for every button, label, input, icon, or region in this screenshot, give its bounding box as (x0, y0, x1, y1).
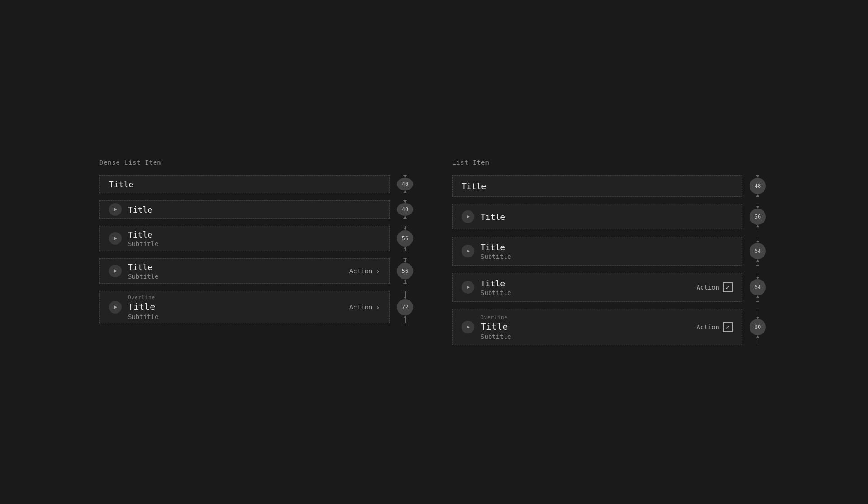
action-area[interactable]: Action › (349, 303, 380, 312)
list-item-box[interactable]: Title (99, 200, 390, 219)
action-label: Action (349, 267, 373, 275)
svg-marker-5 (467, 249, 470, 253)
play-icon (109, 265, 122, 277)
checkbox-icon[interactable] (723, 282, 733, 292)
size-badge: 64 (750, 279, 766, 295)
text-block: Title (462, 181, 733, 191)
checkbox-icon[interactable] (723, 322, 733, 332)
action-area[interactable]: Action › (349, 267, 380, 276)
size-badge: 56 (397, 263, 413, 279)
play-icon (462, 245, 474, 257)
play-icon (462, 281, 474, 294)
size-badge: 40 (397, 178, 413, 190)
shaft-top (405, 291, 406, 297)
title-text: Title (481, 242, 733, 252)
action-area[interactable]: Action (696, 282, 733, 292)
action-label: Action (349, 304, 373, 311)
list-item-box[interactable]: Title Subtitle Action › (99, 258, 390, 284)
subtitle-text: Subtitle (128, 240, 380, 247)
size-badge: 72 (397, 299, 413, 315)
svg-marker-6 (467, 285, 470, 289)
title-text: Title (481, 212, 733, 222)
play-icon (462, 210, 474, 223)
list-item-box[interactable]: Title (99, 175, 390, 193)
shaft-top (758, 309, 758, 317)
subtitle-text: Subtitle (481, 253, 733, 260)
regular-column-label: List Item (452, 159, 769, 166)
list-item-box[interactable]: Title (452, 204, 742, 229)
text-block: Title (128, 205, 380, 214)
shaft-bottom (758, 262, 758, 265)
size-badge: 80 (750, 319, 766, 335)
regular-column: List Item Title 48 (452, 159, 769, 345)
list-item-box[interactable]: Overline Title Subtitle Action › (99, 291, 390, 323)
list-item: Title 40 (99, 200, 416, 219)
size-indicator: 48 (747, 175, 769, 197)
size-indicator: 40 (394, 200, 416, 219)
svg-marker-1 (114, 237, 117, 240)
size-badge: 48 (750, 178, 766, 194)
list-item-box[interactable]: Overline Title Subtitle Action (452, 309, 742, 345)
svg-marker-4 (467, 215, 470, 219)
size-indicator: 56 (394, 258, 416, 284)
text-block: Title Subtitle (128, 262, 343, 280)
main-container: Dense List Item Title 40 (72, 132, 796, 372)
list-item-box[interactable]: Title Subtitle Action (452, 273, 742, 302)
list-item-box[interactable]: Title Subtitle (99, 226, 390, 251)
list-item: Title Subtitle 56 (99, 226, 416, 251)
svg-marker-2 (114, 269, 117, 273)
list-item: Title 56 (452, 204, 769, 229)
tick-bottom (756, 345, 760, 345)
list-item: Overline Title Subtitle Action 80 (452, 309, 769, 345)
title-text: Title (481, 321, 690, 332)
subtitle-text: Subtitle (128, 313, 343, 320)
size-indicator: 72 (394, 291, 416, 323)
svg-marker-3 (114, 305, 117, 309)
title-text: Title (128, 262, 343, 272)
action-area[interactable]: Action (696, 322, 733, 332)
size-badge: 56 (750, 209, 766, 225)
play-icon (462, 321, 474, 333)
tick-bottom (403, 218, 407, 219)
shaft-bottom (758, 298, 758, 301)
size-indicator: 40 (394, 175, 416, 193)
shaft-bottom (405, 318, 406, 323)
svg-marker-7 (467, 325, 470, 329)
text-block: Title (109, 180, 380, 189)
play-icon (109, 232, 122, 245)
list-item: Title Subtitle Action › 56 (99, 258, 416, 284)
text-block: Title Subtitle (481, 279, 690, 296)
overline-text: Overline (481, 314, 690, 320)
subtitle-text: Subtitle (128, 273, 343, 280)
chevron-right-icon: › (376, 303, 380, 312)
list-item-box[interactable]: Title Subtitle (452, 237, 742, 266)
size-indicator: 64 (747, 237, 769, 266)
size-indicator: 56 (394, 226, 416, 251)
overline-text: Overline (128, 295, 343, 300)
tick-bottom (756, 301, 760, 302)
shaft-bottom (758, 338, 758, 345)
text-block: Title Subtitle (481, 242, 733, 260)
regular-list-group: Title 48 (452, 175, 769, 345)
list-item: Title 40 (99, 175, 416, 193)
list-item-box[interactable]: Title (452, 175, 742, 197)
dense-column: Dense List Item Title 40 (99, 159, 416, 345)
size-indicator: 80 (747, 309, 769, 345)
title-text: Title (128, 205, 380, 214)
play-icon (109, 203, 122, 216)
tick-bottom (403, 193, 407, 193)
list-item: Title 48 (452, 175, 769, 197)
text-block: Title Subtitle (128, 230, 380, 247)
title-text: Title (462, 181, 733, 191)
size-indicator: 64 (747, 273, 769, 302)
action-label: Action (696, 284, 719, 291)
list-item: Overline Title Subtitle Action › 72 (99, 291, 416, 323)
size-badge: 56 (397, 230, 413, 247)
action-label: Action (696, 323, 719, 331)
title-text: Title (109, 180, 380, 189)
dense-list-group: Title 40 (99, 175, 416, 323)
tick-bottom (403, 323, 407, 323)
tick-bottom (756, 265, 760, 266)
chevron-right-icon: › (376, 267, 380, 276)
play-icon (109, 301, 122, 314)
